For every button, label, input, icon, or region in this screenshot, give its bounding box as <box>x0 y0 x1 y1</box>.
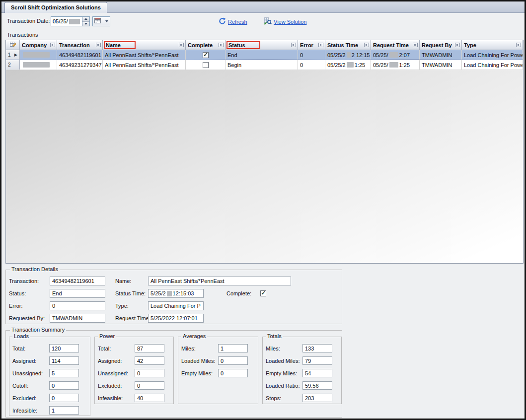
cell-company <box>20 50 57 60</box>
row-selector[interactable]: 2 <box>6 60 20 70</box>
column-header-transaction[interactable]: Transaction <box>57 40 103 50</box>
summary-field-value[interactable]: 0 <box>49 381 79 390</box>
status-time-text: 2 12:15 <box>352 52 370 58</box>
summary-field-value[interactable]: 0 <box>218 369 248 377</box>
column-header-status[interactable]: Status <box>225 40 298 50</box>
requested-by-field[interactable]: TMWADMIN <box>50 314 105 323</box>
transaction-row[interactable]: 1 ▶ 46349482119601 All PennEast Shifts/*… <box>6 50 523 60</box>
summary-field-value[interactable]: 40 <box>135 394 164 402</box>
column-header-company[interactable]: Company <box>20 40 57 50</box>
pin-icon[interactable] <box>318 43 323 47</box>
pin-icon[interactable] <box>455 43 460 47</box>
refresh-icon <box>219 17 226 26</box>
summary-row: Unassigned: 5 <box>12 367 87 379</box>
redacted-text <box>167 291 172 296</box>
complete-checkbox[interactable] <box>260 290 266 296</box>
view-solution-label: View Solution <box>274 19 306 25</box>
summary-field-value[interactable]: 1 <box>49 406 79 415</box>
pin-icon[interactable] <box>516 43 521 47</box>
summary-field-value[interactable]: 0 <box>135 381 164 390</box>
summary-field-value[interactable]: 79 <box>302 356 332 365</box>
status-time-field[interactable]: 5/25/2 12:15:03 <box>148 289 204 298</box>
summary-field-value[interactable]: 5 <box>49 369 79 377</box>
redacted-text <box>347 52 351 58</box>
status-time-text: 05/25/2 <box>327 52 346 58</box>
cell-request-time: 05/25/ 2:07 <box>371 50 420 60</box>
transaction-label: Transaction: <box>9 277 39 285</box>
cell-transaction: 46349482119601 <box>57 50 103 60</box>
summary-field-value[interactable]: 42 <box>135 356 164 365</box>
toolbar: Transaction Date: 05/25/ Refresh <box>1 13 525 30</box>
summary-field-value[interactable]: 203 <box>302 394 332 402</box>
redacted-text <box>69 19 80 24</box>
cell-type: Load Chaining For Powers <box>462 60 523 70</box>
select-all-header-cell[interactable] <box>6 40 20 50</box>
summary-field-value[interactable]: 59.56 <box>302 381 332 390</box>
summary-field-value[interactable]: 120 <box>49 344 79 352</box>
summary-row: Cutoff: 0 <box>12 379 87 392</box>
summary-field-value[interactable]: 0 <box>135 369 164 377</box>
row-number: 1 <box>8 52 11 58</box>
redacted-text <box>389 52 398 58</box>
view-solution-link[interactable]: View Solution <box>264 17 306 26</box>
column-header-label: Company <box>22 42 47 48</box>
summary-field-value[interactable]: 54 <box>302 369 332 377</box>
column-header-complete[interactable]: Complete <box>186 40 225 50</box>
pin-icon[interactable] <box>179 43 184 47</box>
pin-icon[interactable] <box>364 43 369 47</box>
summary-field-label: Stops: <box>266 395 302 401</box>
complete-checkbox[interactable] <box>203 52 209 58</box>
summary-row: Miles: 1 <box>181 342 255 354</box>
column-header-name[interactable]: Name <box>103 40 186 50</box>
row-selector[interactable]: 1 ▶ <box>6 50 20 60</box>
column-header-error[interactable]: Error <box>298 40 325 50</box>
date-text: 05/25/ <box>53 18 68 24</box>
calendar-dropdown-button[interactable] <box>92 16 110 26</box>
calendar-icon <box>94 17 101 26</box>
error-field[interactable]: 0 <box>50 301 105 310</box>
transaction-date-label: Transaction Date: <box>7 18 50 24</box>
status-time-text: 1:25 <box>355 62 365 68</box>
summary-field-label: Total: <box>12 346 49 351</box>
status-field[interactable]: End <box>50 289 105 298</box>
summary-field-value[interactable]: 133 <box>302 344 332 352</box>
summary-field-label: Empty Miles: <box>181 370 218 376</box>
summary-row: Empty Miles: 54 <box>266 367 338 379</box>
red-highlight-box: Status <box>226 41 260 49</box>
refresh-link[interactable]: Refresh <box>219 17 247 26</box>
transaction-date-input[interactable]: 05/25/ <box>51 16 82 26</box>
type-field[interactable]: Load Chaining For P <box>148 301 204 310</box>
summary-field-value[interactable]: 1 <box>218 344 248 352</box>
request-time-text: 05/25/ <box>373 52 388 58</box>
summary-field-value[interactable]: 87 <box>135 344 164 352</box>
pin-icon[interactable] <box>413 43 418 47</box>
summary-field-value[interactable]: 0 <box>49 394 79 402</box>
spinner-up-button[interactable] <box>82 17 89 22</box>
summary-field-value[interactable]: 114 <box>49 356 79 365</box>
tab-scroll-shift-optimization-solutions[interactable]: Scroll Shift Optimization Solutions <box>4 2 107 13</box>
column-header-status-time[interactable]: Status Time <box>325 40 371 50</box>
redacted-text <box>389 62 398 68</box>
pin-icon[interactable] <box>291 43 296 47</box>
summary-field-value[interactable]: 0 <box>218 356 248 365</box>
view-solution-icon <box>264 17 272 26</box>
requested-by-label: Requested By: <box>9 314 45 323</box>
name-field[interactable]: All PennEast Shifts/*PennEast <box>148 277 291 285</box>
column-header-request-time[interactable]: Request Time <box>371 40 420 50</box>
summary-field-label: Excluded: <box>98 383 135 389</box>
cell-name: All PennEast Shifts/*PennEast <box>103 50 186 60</box>
summary-row: Loaded Miles: 79 <box>266 354 338 367</box>
transaction-field[interactable]: 46349482119601 <box>50 277 105 285</box>
summary-field-label: Miles: <box>181 346 218 351</box>
column-header-type[interactable]: Type <box>462 40 523 50</box>
request-time-field[interactable]: 5/25/2022 12:07:01 <box>148 314 204 323</box>
column-header-request-by[interactable]: Request By <box>420 40 462 50</box>
spinner-down-button[interactable] <box>82 22 89 26</box>
complete-checkbox[interactable] <box>203 62 209 68</box>
pin-icon[interactable] <box>50 43 55 47</box>
up-arrow-icon <box>84 18 87 20</box>
column-header-label: Status Time <box>327 42 358 48</box>
pin-icon[interactable] <box>219 43 224 47</box>
pin-icon[interactable] <box>96 43 101 47</box>
transaction-row[interactable]: 2 46349231279347 All PennEast Shifts/*Pe… <box>6 60 523 70</box>
